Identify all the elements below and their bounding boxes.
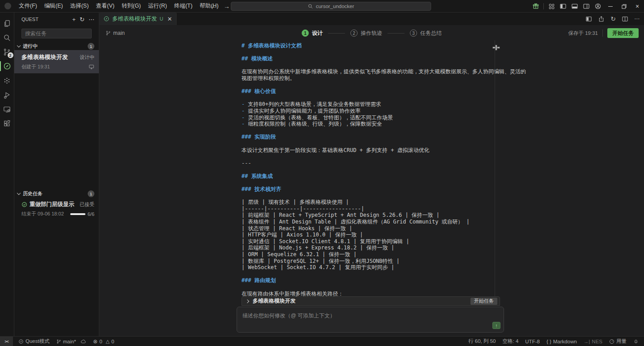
task-item-active[interactable]: 多维表格模块开发 设计中 创建于 19:31 (14, 50, 99, 73)
test-molecule-icon[interactable] (0, 73, 14, 88)
customize-layout-icon[interactable] (546, 0, 557, 13)
indent-item[interactable]: 空格: 4 (503, 338, 519, 345)
new-task-icon[interactable]: + (72, 16, 76, 23)
open-preview-icon[interactable] (585, 16, 592, 22)
task-item-history[interactable]: 重做部门层级显示 已接受 结束于 09-06 18:02 6/6 (14, 198, 99, 220)
doc-line: | 状态管理 | React Hooks | 保持一致 | (242, 225, 495, 232)
problems-item[interactable]: ⊗0 △0 (93, 338, 114, 345)
doc-line (242, 284, 495, 291)
tab-strip: 多维表格模块开发 U ✕ ↻ ⋯ (99, 13, 644, 25)
doc-line: 本设计文档聚焦于第一阶段实现：基础表格CRUD + 多列支持 + 虚拟滚动优化 (242, 147, 495, 154)
window-close-button[interactable]: × (631, 0, 644, 13)
doc-line (242, 193, 495, 199)
check-circle-icon (21, 202, 27, 207)
refresh-icon[interactable]: ↻ (80, 16, 85, 23)
language-item[interactable]: { } Markdown (547, 339, 577, 344)
doc-line: 在现有路由体系中新增多维表格相关路径： (242, 291, 495, 297)
task-title: 重做部门层级显示 (30, 201, 74, 208)
editor-area: 多维表格模块开发 U ✕ ↻ ⋯ main 1设计2操作轨迹3任务 (99, 13, 644, 336)
sidebar-title: QUEST (21, 17, 38, 22)
task-search-input[interactable] (22, 30, 97, 37)
more-actions-icon[interactable]: ⋯ (89, 16, 94, 23)
doc-line: ### 技术栈对齐 (242, 186, 495, 193)
section-history[interactable]: 历史任务 1 (14, 190, 99, 198)
remote-indicator[interactable]: >< (0, 337, 13, 346)
task-status: 设计中 (80, 54, 94, 61)
account-icon[interactable] (592, 0, 604, 13)
command-center-value: cursor_undocker (316, 4, 354, 9)
step-3[interactable]: 3任务总结 (410, 30, 442, 37)
extensions-icon[interactable] (0, 116, 14, 131)
cloud-sync-icon (80, 339, 86, 344)
quest-icon[interactable] (0, 59, 14, 73)
start-task-button[interactable]: 开始任务 (607, 28, 639, 38)
task-status: 已接受 (80, 201, 94, 208)
composer-input[interactable] (237, 307, 504, 332)
source-control-icon[interactable]: 2 (0, 45, 14, 59)
step-connector (328, 33, 345, 34)
menu-item[interactable]: 终端(T) (170, 1, 196, 11)
window-restore-button[interactable] (617, 0, 631, 13)
chevron-down-icon (17, 191, 21, 194)
tab-close-icon[interactable]: ✕ (167, 16, 172, 22)
window-minimize-button[interactable] (604, 0, 617, 13)
toggle-panel-right-icon[interactable] (580, 0, 592, 13)
menu-item[interactable]: 选择(S) (67, 1, 93, 11)
share-icon[interactable] (598, 16, 605, 22)
task-title: 多维表格模块开发 (21, 53, 68, 61)
doc-line (242, 82, 495, 89)
design-document[interactable]: # 多维表格模块设计文档## 模块概述在现有协同办公系统中新增多维表格模块，提供… (99, 41, 644, 336)
toggle-panel-left-icon[interactable] (557, 0, 569, 13)
task-collapse-bar[interactable]: 多维表格模块开发 开始任务 (242, 296, 500, 306)
remote-explorer-icon[interactable] (0, 102, 14, 116)
menu-item[interactable]: 查看(V) (92, 1, 118, 11)
content-edge-line (495, 40, 495, 296)
encoding-item[interactable]: UTF-8 (525, 339, 540, 344)
start-task-secondary-button[interactable]: 开始任务 (470, 298, 497, 305)
more-actions-icon[interactable]: ⋯ (634, 16, 640, 22)
search-icon[interactable] (0, 30, 14, 45)
menu-item[interactable]: 转到(G) (118, 1, 144, 11)
doc-line (242, 179, 495, 186)
source-control-badge: 2 (8, 52, 13, 58)
search-icon (308, 4, 313, 9)
section-in-progress[interactable]: 进行中 1 (14, 42, 99, 50)
quest-mode-item[interactable]: Quest模式 (18, 338, 50, 345)
menu-item[interactable]: 文件(F) (15, 1, 41, 11)
doc-line: |------|----------|------------------| (242, 206, 495, 212)
doc-line: ### 核心价值 (242, 88, 495, 95)
breadcrumb[interactable]: main (106, 25, 125, 41)
sync-icon[interactable]: ↻ (610, 15, 616, 22)
gift-icon[interactable] (530, 0, 542, 13)
notifications-bell-icon[interactable] (633, 338, 639, 344)
doc-line: | 表格组件 | Ant Design Table | 虚拟化表格组件（AG G… (242, 219, 495, 225)
composer-box: ↑ (237, 307, 504, 333)
step-1[interactable]: 1设计 (302, 30, 323, 37)
nav-forward-icon[interactable]: → (224, 3, 230, 10)
wizard-steps: 1设计2操作轨迹3任务总结 (302, 25, 442, 41)
saved-at-label: 保存于 19:31 (568, 30, 598, 37)
explorer-icon[interactable] (0, 16, 14, 30)
menu-item[interactable]: 运行(R) (144, 1, 170, 11)
nes-item[interactable]: →| NES (584, 339, 602, 344)
split-editor-icon[interactable] (622, 16, 628, 22)
quest-header: main 1设计2操作轨迹3任务总结 保存于 19:31 开始任务 (99, 25, 644, 41)
doc-line: - 提供实时多人协同编辑能力，提升团队协作效率 (242, 108, 495, 114)
send-button[interactable]: ↑ (492, 322, 500, 329)
branch-item[interactable]: main* (56, 339, 86, 344)
doc-line: | ORM | Sequelize 6.32.1 | 保持一致 | (242, 251, 495, 258)
tab-label: 多维表格模块开发 (112, 15, 157, 23)
usage-item[interactable]: 用量 (609, 338, 627, 345)
nav-back-icon[interactable]: ← (210, 3, 216, 10)
menu-item[interactable]: 编辑(E) (41, 1, 67, 11)
command-center-search[interactable]: cursor_undocker (231, 2, 431, 11)
tab-quest-design[interactable]: 多维表格模块开发 U ✕ (99, 13, 177, 25)
step-2[interactable]: 2操作轨迹 (351, 30, 382, 37)
run-debug-icon[interactable] (0, 88, 14, 102)
doc-line: | 数据库 | PostgreSQL 12+ | 保持一致，利用JSONB特性 … (242, 258, 495, 265)
line-col-item[interactable]: 行 60, 列 50 (468, 338, 496, 345)
doc-line: - 细粒度权限控制（表格级、行级、列级），保障数据安全 (242, 121, 495, 127)
doc-line (242, 95, 495, 101)
task-search-box (21, 29, 92, 38)
toggle-panel-bottom-icon[interactable] (569, 0, 580, 13)
